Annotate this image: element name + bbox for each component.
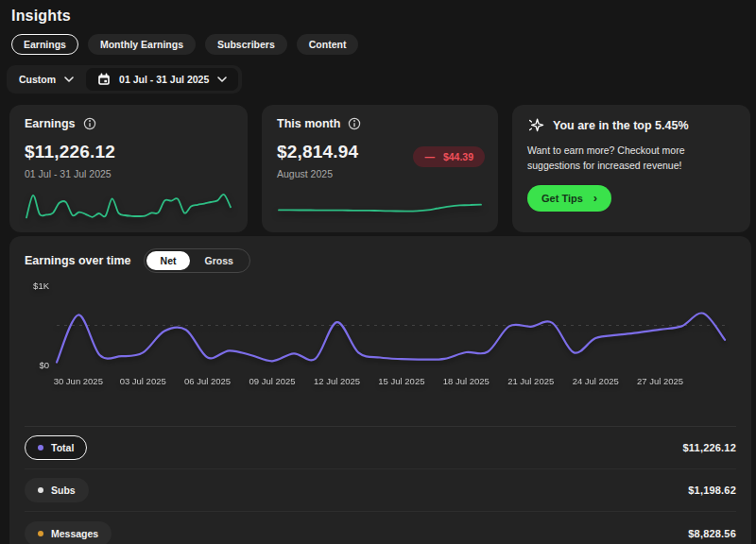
- date-filter: Custom 01 Jul - 31 Jul 2025: [7, 65, 242, 94]
- earnings-card: Earnings $11,226.12 01 Jul - 31 Jul 2025: [9, 105, 248, 232]
- series-legend: Total $11,226.12 Subs $1,198.62 Messages…: [25, 426, 736, 544]
- svg-text:30 Jun 2025: 30 Jun 2025: [54, 376, 103, 386]
- legend-value-messages: $8,828.56: [688, 528, 736, 539]
- tab-bar: Earnings Monthly Earnings Subscribers Co…: [11, 34, 745, 55]
- sparkle-icon: [527, 117, 544, 134]
- svg-text:21 Jul 2025: 21 Jul 2025: [507, 376, 554, 386]
- this-month-period: August 2025: [277, 168, 483, 179]
- tips-card: You are in the top 5.45% Want to earn mo…: [512, 105, 750, 232]
- earnings-line-chart: $1K$030 Jun 202503 Jul 202506 Jul 202509…: [25, 278, 736, 388]
- earnings-period: 01 Jul - 31 Jul 2025: [25, 168, 232, 179]
- get-tips-button[interactable]: Get Tips ›: [527, 185, 611, 212]
- tab-monthly-earnings[interactable]: Monthly Earnings: [88, 34, 196, 55]
- net-gross-toggle: Net Gross: [144, 248, 250, 273]
- earnings-amount: $11,226.12: [25, 142, 232, 162]
- legend-row-messages: Messages $8,828.56: [25, 512, 736, 544]
- page-title: Insights: [11, 8, 745, 25]
- toggle-option-net[interactable]: Net: [146, 251, 191, 270]
- date-range-label: 01 Jul - 31 Jul 2025: [119, 74, 209, 85]
- tips-title: You are in the top 5.45%: [553, 119, 689, 132]
- insights-header: Insights Earnings Monthly Earnings Subsc…: [0, 0, 756, 94]
- info-icon[interactable]: [83, 117, 96, 130]
- chevron-right-icon: ›: [593, 194, 597, 203]
- subs-series-dot-icon: [38, 487, 43, 493]
- legend-label-subs: Subs: [51, 484, 76, 496]
- legend-value-total: $11,226.12: [683, 442, 736, 453]
- tab-earnings[interactable]: Earnings: [11, 34, 78, 55]
- svg-text:06 Jul 2025: 06 Jul 2025: [184, 376, 231, 386]
- info-icon[interactable]: [348, 117, 361, 130]
- delta-sign: —: [424, 151, 435, 162]
- panel-title: Earnings over time: [25, 254, 131, 267]
- svg-text:18 Jul 2025: 18 Jul 2025: [443, 376, 490, 386]
- earnings-over-time-panel: Earnings over time Net Gross $1K$030 Jun…: [9, 236, 751, 544]
- this-month-card-title: This month: [277, 117, 340, 130]
- summary-cards: Earnings $11,226.12 01 Jul - 31 Jul 2025…: [9, 105, 747, 232]
- legend-row-total: Total $11,226.12: [25, 427, 736, 469]
- svg-text:12 Jul 2025: 12 Jul 2025: [314, 376, 360, 386]
- legend-row-subs: Subs $1,198.62: [25, 469, 736, 512]
- earnings-card-title: Earnings: [25, 117, 76, 130]
- this-month-card: This month $2,814.94 — $44.39 August 202…: [262, 105, 498, 232]
- legend-value-subs: $1,198.62: [688, 484, 736, 496]
- date-preset-label: Custom: [19, 74, 56, 85]
- this-month-sparkline: [277, 186, 483, 224]
- messages-series-dot-icon: [38, 531, 43, 536]
- svg-text:09 Jul 2025: 09 Jul 2025: [249, 376, 296, 386]
- date-preset-dropdown[interactable]: Custom: [7, 74, 86, 85]
- earnings-sparkline: [25, 186, 232, 224]
- delta-value: $44.39: [443, 151, 473, 162]
- tab-subscribers[interactable]: Subscribers: [205, 34, 287, 55]
- legend-pill-subs[interactable]: Subs: [25, 478, 89, 502]
- tab-content[interactable]: Content: [297, 34, 359, 55]
- chevron-down-icon: [64, 76, 74, 82]
- svg-text:$0: $0: [39, 360, 49, 370]
- legend-label-messages: Messages: [51, 528, 98, 539]
- legend-pill-messages[interactable]: Messages: [25, 521, 112, 544]
- legend-pill-total[interactable]: Total: [25, 435, 87, 460]
- tips-body: Want to earn more? Checkout more suggest…: [527, 144, 735, 174]
- svg-text:03 Jul 2025: 03 Jul 2025: [120, 376, 166, 386]
- date-range-selector[interactable]: 01 Jul - 31 Jul 2025: [86, 68, 238, 91]
- svg-text:27 Jul 2025: 27 Jul 2025: [637, 376, 683, 386]
- chevron-down-icon: [217, 76, 227, 82]
- total-series-dot-icon: [38, 445, 43, 450]
- get-tips-label: Get Tips: [541, 193, 583, 204]
- svg-text:24 Jul 2025: 24 Jul 2025: [573, 376, 619, 386]
- svg-text:$1K: $1K: [33, 280, 50, 291]
- negative-delta-badge: — $44.39: [413, 146, 485, 167]
- calendar-icon: [97, 73, 111, 86]
- toggle-option-gross[interactable]: Gross: [190, 251, 247, 270]
- legend-label-total: Total: [51, 442, 74, 453]
- svg-text:15 Jul 2025: 15 Jul 2025: [378, 376, 424, 386]
